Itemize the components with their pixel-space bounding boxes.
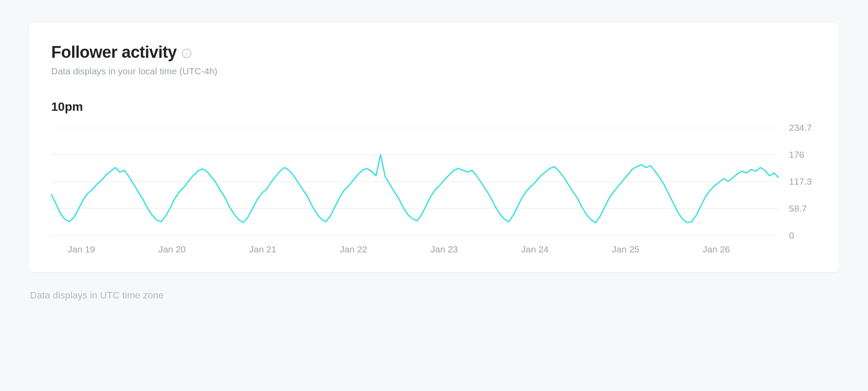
line-chart[interactable] — [51, 128, 779, 235]
x-tick-label: Jan 23 — [414, 244, 505, 255]
follower-activity-card: Follower activity i Data displays in you… — [28, 22, 840, 272]
chart-container: 058.7117.3176234.7 — [51, 128, 817, 235]
card-title: Follower activity — [51, 43, 177, 62]
y-tick-label: 117.3 — [789, 176, 812, 187]
y-tick-label: 0 — [789, 230, 794, 241]
x-tick-label: Jan 21 — [233, 244, 323, 255]
y-tick-label: 58.7 — [789, 203, 807, 214]
footer-note: Data displays in UTC time zone — [28, 290, 840, 301]
card-subtitle: Data displays in your local time (UTC-4h… — [51, 66, 817, 76]
card-header: Follower activity i — [51, 43, 817, 62]
y-tick-label: 234.7 — [789, 123, 812, 133]
selected-hour-label: 10pm — [51, 100, 817, 114]
x-axis-labels: Jan 19Jan 20Jan 21Jan 22Jan 23Jan 24Jan … — [51, 244, 817, 255]
x-tick-label: Jan 19 — [51, 244, 142, 255]
x-tick-label: Jan 22 — [323, 244, 414, 255]
x-tick-label: Jan 24 — [505, 244, 595, 255]
series-line — [51, 155, 779, 222]
y-axis-labels: 058.7117.3176234.7 — [781, 128, 817, 235]
x-tick-label: Jan 25 — [595, 244, 686, 255]
x-tick-label: Jan 20 — [142, 244, 233, 255]
x-tick-label: Jan 26 — [686, 244, 777, 255]
y-tick-label: 176 — [789, 149, 804, 160]
info-icon[interactable]: i — [182, 49, 191, 58]
